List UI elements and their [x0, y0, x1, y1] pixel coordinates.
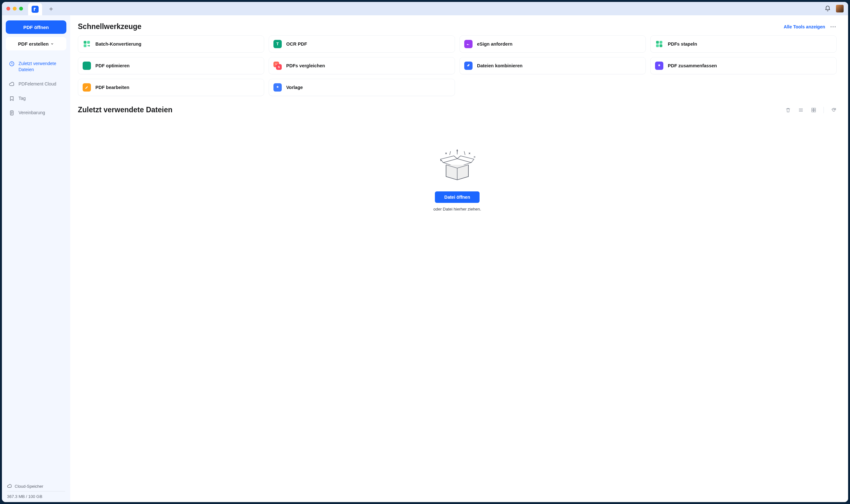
storage-amount: 367.3 MB / 100 GB	[7, 494, 65, 499]
tool-ocr-pdf[interactable]: T OCR PDF	[269, 35, 455, 53]
tool-label: Vorlage	[286, 85, 303, 90]
tool-label: PDFs vergleichen	[286, 63, 325, 68]
storage-title[interactable]: Cloud-Speicher	[7, 484, 65, 489]
sidebar-item-agreement[interactable]: Vereinbarung	[6, 107, 66, 119]
combine-icon	[464, 61, 473, 70]
avatar[interactable]	[836, 5, 844, 13]
sidebar: PDF öffnen PDF erstellen Zuletzt verwend…	[2, 15, 70, 502]
app-logo-icon	[32, 6, 39, 13]
sidebar-item-recent[interactable]: Zuletzt verwendete Dateien	[6, 57, 66, 76]
tool-label: PDFs stapeln	[668, 41, 697, 47]
cloud-icon	[7, 484, 12, 489]
template-icon	[273, 83, 282, 92]
svg-rect-7	[84, 44, 87, 47]
trash-icon[interactable]	[785, 107, 791, 113]
tool-label: PDF optimieren	[95, 63, 129, 68]
more-icon[interactable]	[830, 23, 837, 30]
compare-icon: V S	[273, 61, 282, 70]
tool-stack-pdfs[interactable]: PDFs stapeln	[650, 35, 837, 53]
edit-icon	[83, 83, 91, 92]
svg-rect-5	[84, 41, 87, 44]
maximize-window-icon[interactable]	[19, 7, 23, 11]
tool-label: PDF zusammenfassen	[668, 63, 717, 68]
recent-title: Zuletzt verwendete Dateien	[78, 106, 173, 114]
divider	[7, 491, 65, 491]
esign-icon	[464, 40, 473, 48]
recent-header: Zuletzt verwendete Dateien	[78, 106, 837, 114]
svg-rect-15	[814, 110, 816, 112]
svg-rect-14	[812, 110, 813, 112]
optimize-icon	[83, 61, 91, 70]
ocr-icon: T	[273, 40, 282, 48]
svg-point-3	[832, 26, 833, 27]
tools-grid: Batch-Konvertierung T OCR PDF eSign anfo…	[78, 35, 837, 96]
clock-icon	[9, 61, 15, 67]
tool-optimize-pdf[interactable]: PDF optimieren	[78, 57, 264, 74]
svg-rect-8	[656, 41, 659, 44]
tool-template[interactable]: Vorlage	[269, 79, 455, 96]
svg-rect-13	[814, 108, 816, 110]
bookmark-icon	[9, 96, 15, 102]
tool-compare-pdfs[interactable]: V S PDFs vergleichen	[269, 57, 455, 74]
svg-rect-9	[659, 41, 662, 44]
empty-state: Datei öffnen oder Datei hierher ziehen.	[78, 143, 837, 212]
empty-box-icon	[435, 143, 480, 185]
open-file-button[interactable]: Datei öffnen	[435, 192, 480, 203]
batch-icon	[83, 40, 91, 48]
list-view-icon[interactable]	[798, 107, 804, 113]
drag-hint: oder Datei hierher ziehen.	[433, 207, 481, 212]
summarize-icon	[655, 61, 663, 70]
app-window: ＋ PDF öffnen PDF erstellen Zuletzt verwe…	[2, 2, 848, 502]
window-controls	[6, 7, 23, 11]
sidebar-item-label: Tag	[18, 95, 63, 102]
sidebar-item-cloud[interactable]: PDFelement Cloud	[6, 78, 66, 90]
sidebar-item-tag[interactable]: Tag	[6, 92, 66, 105]
cloud-icon	[9, 82, 15, 87]
show-all-tools-link[interactable]: Alle Tools anzeigen	[784, 24, 825, 29]
recent-toolbar	[785, 107, 837, 113]
stack-icon	[655, 40, 663, 48]
tool-edit-pdf[interactable]: PDF bearbeiten	[78, 79, 264, 96]
home-tab[interactable]	[28, 3, 42, 15]
close-window-icon[interactable]	[6, 7, 10, 11]
storage-info: Cloud-Speicher 367.3 MB / 100 GB	[6, 482, 66, 499]
body: PDF öffnen PDF erstellen Zuletzt verwend…	[2, 15, 848, 502]
tool-esign[interactable]: eSign anfordern	[459, 35, 646, 53]
minimize-window-icon[interactable]	[13, 7, 17, 11]
divider	[824, 107, 824, 113]
create-pdf-button[interactable]: PDF erstellen	[6, 37, 66, 50]
titlebar: ＋	[2, 2, 848, 15]
tool-summarize-pdf[interactable]: PDF zusammenfassen	[650, 57, 837, 74]
chevron-down-icon	[50, 42, 54, 46]
quick-tools-title: Schnellwerkzeuge	[78, 22, 141, 31]
document-icon	[9, 110, 15, 116]
grid-view-icon[interactable]	[811, 107, 816, 113]
storage-title-label: Cloud-Speicher	[15, 484, 43, 489]
notifications-icon[interactable]	[825, 5, 831, 12]
sidebar-nav: Zuletzt verwendete Dateien PDFelement Cl…	[6, 57, 66, 119]
svg-point-4	[835, 26, 836, 27]
svg-point-2	[831, 26, 832, 27]
sidebar-item-label: Vereinbarung	[18, 110, 63, 116]
svg-rect-6	[87, 41, 90, 44]
sidebar-item-label: PDFelement Cloud	[18, 81, 63, 87]
create-pdf-label: PDF erstellen	[18, 41, 49, 47]
open-pdf-button[interactable]: PDF öffnen	[6, 20, 66, 34]
main-content: Schnellwerkzeuge Alle Tools anzeigen Bat…	[70, 15, 848, 502]
quick-tools-header: Schnellwerkzeuge Alle Tools anzeigen	[78, 22, 837, 31]
new-tab-button[interactable]: ＋	[48, 4, 54, 13]
svg-rect-12	[812, 108, 813, 110]
svg-rect-10	[656, 44, 659, 47]
svg-rect-11	[659, 44, 662, 47]
recent-section: Zuletzt verwendete Dateien	[78, 106, 837, 212]
tool-combine-files[interactable]: Dateien kombinieren	[459, 57, 646, 74]
sidebar-item-label: Zuletzt verwendete Dateien	[18, 60, 63, 73]
tool-batch-conversion[interactable]: Batch-Konvertierung	[78, 35, 264, 53]
tool-label: Batch-Konvertierung	[95, 41, 141, 47]
refresh-icon[interactable]	[831, 107, 837, 113]
tool-label: OCR PDF	[286, 41, 307, 47]
tool-label: PDF bearbeiten	[95, 85, 129, 90]
tool-label: Dateien kombinieren	[477, 63, 523, 68]
tool-label: eSign anfordern	[477, 41, 512, 47]
